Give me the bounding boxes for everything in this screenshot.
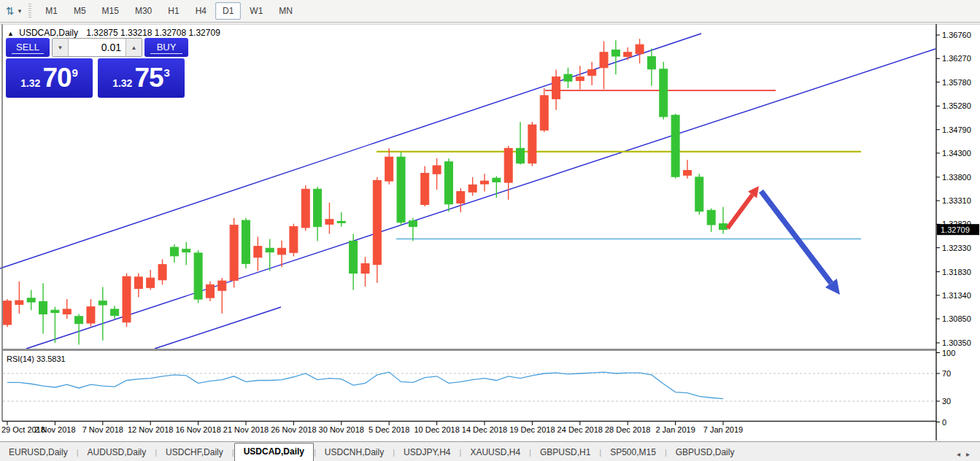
candle-body — [409, 221, 417, 227]
candle-body — [647, 57, 655, 69]
chart-tab-usdchf[interactable]: USDCHF,Daily — [157, 444, 232, 461]
candle-32 — [385, 148, 393, 184]
candle-38 — [457, 188, 465, 212]
candle-4 — [51, 307, 59, 343]
candle-body — [540, 96, 548, 130]
chart-tab-gbpusd[interactable]: GBPUSD,Daily — [667, 444, 744, 461]
chevron-down-icon[interactable]: ▾ — [18, 7, 22, 15]
order-arrows-icon[interactable]: ⇅ — [4, 4, 16, 18]
volume-stepper: ▼ 0.01 ▲ — [52, 38, 142, 57]
chart-tab-usdcad[interactable]: USDCAD,Daily — [234, 443, 314, 461]
timeframe-button-mn[interactable]: MN — [271, 2, 300, 20]
time-tick-label: 30 Nov 2018 — [319, 425, 364, 434]
price-tick-label: 1.31340 — [942, 291, 971, 300]
candle-49 — [588, 62, 596, 85]
timeframe-button-d1[interactable]: D1 — [215, 2, 241, 20]
volume-input[interactable]: 0.01 — [69, 39, 126, 56]
candle-18 — [218, 278, 226, 314]
time-tick-label: 2 Jan 2019 — [655, 425, 695, 434]
sell-button-label: SELL — [16, 42, 39, 53]
price-tick-label: 1.36270 — [942, 54, 971, 63]
chart-tab-xauusd[interactable]: XAUUSD,H4 — [461, 444, 529, 461]
candle-body — [218, 281, 226, 290]
collapse-triangle-icon[interactable]: ▲ — [7, 30, 14, 37]
projection-down-blue[interactable] — [761, 191, 840, 295]
candle-0 — [4, 299, 12, 327]
buy-button[interactable]: BUY — [144, 38, 188, 57]
timeframe-button-m30[interactable]: M30 — [128, 2, 159, 20]
candle-60 — [719, 207, 728, 234]
price-tick-label: 1.30350 — [942, 338, 971, 347]
candle-body — [707, 210, 715, 225]
candle-body — [290, 227, 298, 253]
chart-tab-sp500[interactable]: SP500,M15 — [601, 444, 665, 461]
chart-symbol-label: USDCAD,Daily — [19, 28, 78, 38]
candle-25 — [301, 185, 309, 231]
time-tick-label: 19 Dec 2018 — [509, 425, 555, 434]
candle-17 — [206, 282, 214, 301]
candle-13 — [158, 259, 166, 284]
chart-tab-usdcnh[interactable]: USDCNH,Daily — [316, 444, 393, 461]
candle-body — [421, 174, 429, 205]
candle-body — [278, 248, 286, 255]
candle-37 — [444, 158, 452, 212]
candle-body — [552, 77, 560, 98]
candle-body — [194, 253, 202, 299]
sell-price-prefix: 1.32 — [20, 77, 40, 89]
candle-20 — [242, 218, 250, 268]
time-axis[interactable]: 29 Oct 20182 Nov 20187 Nov 201812 Nov 20… — [1, 422, 743, 434]
timeframe-button-w1[interactable]: W1 — [242, 2, 270, 20]
projection-down-blue-shaft — [761, 191, 831, 283]
price-axis[interactable]: 1.367601.362701.357801.352801.347901.343… — [936, 31, 971, 347]
candle-24 — [290, 224, 298, 257]
candle-30 — [361, 257, 369, 287]
channel-lower-short[interactable] — [155, 307, 281, 349]
volume-decrease-button[interactable]: ▼ — [53, 39, 69, 56]
buy-price-pip: 3 — [164, 66, 170, 79]
candle-31 — [373, 177, 381, 283]
timeframe-button-h4[interactable]: H4 — [188, 2, 214, 20]
candle-body — [493, 178, 501, 182]
timeframe-button-m1[interactable]: M1 — [38, 2, 65, 20]
chart-tab-usdjpy[interactable]: USDJPY,H4 — [395, 444, 459, 461]
chart-tab-gbpusd[interactable]: GBPUSD,H1 — [531, 444, 599, 461]
sell-button[interactable]: SELL — [6, 38, 50, 57]
toolbar-drag-handle[interactable] — [28, 4, 31, 18]
timeframe-button-m5[interactable]: M5 — [66, 2, 93, 20]
candle-body — [660, 69, 668, 117]
one-click-trade-panel: SELL ▼ 0.01 ▲ BUY 1.32 70 9 1.32 75 3 — [6, 38, 188, 98]
candle-body — [134, 277, 142, 289]
chart-tab-eurusd[interactable]: EURUSD,Daily — [0, 444, 77, 461]
candle-44 — [528, 122, 536, 166]
candle-body — [444, 162, 452, 204]
tabs-scroll-right-icon[interactable]: ▸ — [963, 450, 973, 458]
tabs-scroll-left-icon[interactable]: ◂ — [954, 450, 963, 458]
candle-52 — [624, 47, 632, 60]
candle-body — [397, 157, 405, 222]
projection-up-red[interactable] — [728, 186, 759, 228]
timeframe-button-h1[interactable]: H1 — [161, 2, 186, 20]
sell-price-pip: 9 — [72, 66, 78, 79]
time-tick-label: 14 Dec 2018 — [462, 425, 507, 434]
sell-quote-box[interactable]: 1.32 70 9 — [6, 58, 93, 98]
buy-quote-box[interactable]: 1.32 75 3 — [98, 58, 185, 98]
candle-body — [182, 249, 190, 252]
rsi-axis[interactable]: 10070300 — [936, 349, 955, 427]
candle-body — [671, 115, 679, 177]
candle-6 — [75, 314, 83, 344]
candle-58 — [695, 174, 703, 214]
candle-14 — [170, 244, 178, 263]
candle-body — [4, 301, 12, 325]
candle-body — [242, 220, 250, 263]
candle-22 — [266, 239, 274, 271]
candle-body — [147, 278, 155, 287]
volume-increase-button[interactable]: ▲ — [126, 39, 142, 56]
chart-tab-audusd[interactable]: AUDUSD,Daily — [79, 444, 155, 461]
candle-57 — [683, 160, 691, 179]
candle-body — [468, 185, 477, 192]
timeframe-button-m15[interactable]: M15 — [95, 2, 126, 20]
candle-53 — [636, 39, 644, 63]
candle-16 — [194, 250, 202, 303]
candle-39 — [468, 177, 477, 196]
time-tick-label: 28 Dec 2018 — [605, 425, 650, 434]
